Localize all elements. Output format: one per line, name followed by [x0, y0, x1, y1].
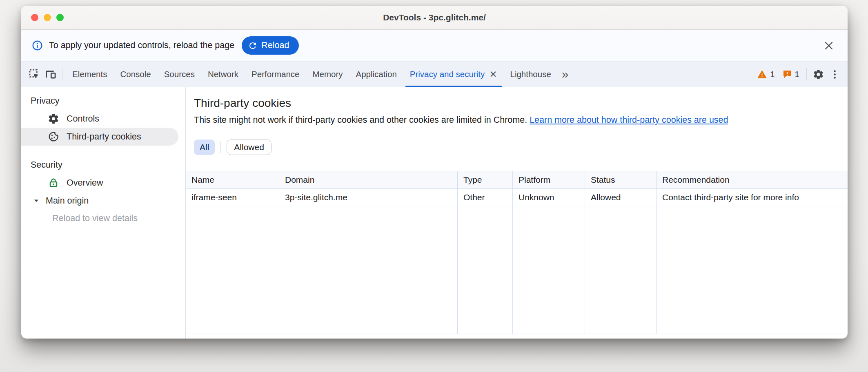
table-row-cell-platform[interactable]: Unknown [513, 189, 585, 206]
sidebar-item-controls[interactable]: Controls [21, 110, 185, 128]
close-window-button[interactable] [31, 14, 38, 21]
close-infobar-icon[interactable] [821, 38, 837, 54]
window-title: DevTools - 3pc.glitch.me/ [383, 13, 486, 22]
cookies-table: Name Domain Type Platform Status Recomme… [186, 171, 848, 334]
gear-icon [47, 113, 60, 125]
close-tab-icon[interactable]: ✕ [489, 70, 497, 79]
table-row-cell-recommendation[interactable]: Contact third-party site for more info [657, 189, 848, 206]
table-filler [458, 206, 513, 334]
page-description: This site might not work if third-party … [194, 115, 848, 125]
devtools-tabbar: Elements Console Sources Network Perform… [21, 62, 848, 87]
refresh-icon [248, 41, 258, 51]
desktop: DevTools - 3pc.glitch.me/ To apply your … [0, 0, 868, 372]
tab-performance[interactable]: Performance [245, 62, 306, 87]
column-header-recommendation[interactable]: Recommendation [657, 171, 848, 189]
tab-elements[interactable]: Elements [66, 62, 114, 87]
zoom-window-button[interactable] [56, 14, 64, 21]
sidebar-section-security: Security [21, 156, 185, 174]
table-row-cell-status[interactable]: Allowed [585, 189, 657, 206]
sidebar-tree-main-origin[interactable]: Main origin [21, 192, 185, 210]
table-filler [657, 206, 848, 334]
sidebar-item-third-party-cookies[interactable]: Third-party cookies [21, 128, 178, 146]
sidebar-item-label: Controls [67, 114, 99, 124]
table-filler [585, 206, 657, 334]
column-header-domain[interactable]: Domain [279, 171, 458, 189]
infobar-message: To apply your updated controls, reload t… [49, 40, 234, 51]
issues-counter[interactable]: 1 [779, 69, 803, 79]
reload-button-label: Reload [261, 40, 289, 51]
chevron-down-icon [32, 197, 40, 205]
traffic-lights [31, 6, 64, 29]
tree-item-label: Main origin [46, 196, 89, 206]
tab-network[interactable]: Network [201, 62, 245, 87]
warning-icon [757, 69, 767, 80]
third-party-cookies-panel: Third-party cookies This site might not … [186, 87, 848, 339]
cookie-icon [47, 131, 60, 143]
chip-divider [220, 142, 221, 153]
table-row-cell-name[interactable]: iframe-seen [186, 189, 279, 206]
title-bar: DevTools - 3pc.glitch.me/ [21, 6, 848, 30]
tab-lighthouse[interactable]: Lighthouse [504, 62, 558, 87]
tabbar-right-divider [806, 68, 807, 80]
learn-more-link[interactable]: Learn more about how third-party cookies… [530, 115, 728, 125]
info-icon [32, 40, 43, 51]
issues-icon [782, 69, 792, 79]
kebab-menu-icon[interactable] [826, 66, 843, 82]
tab-console[interactable]: Console [114, 62, 157, 87]
table-filler [513, 206, 585, 334]
tab-application[interactable]: Application [349, 62, 403, 87]
table-filler [186, 206, 279, 334]
tab-privacy-and-security-label: Privacy and security [410, 69, 485, 79]
filter-chip-allowed[interactable]: Allowed [227, 140, 272, 155]
more-tabs-icon[interactable]: » [558, 68, 573, 80]
minimize-window-button[interactable] [44, 14, 51, 21]
devtools-window: DevTools - 3pc.glitch.me/ To apply your … [21, 6, 848, 339]
toolbar-divider [62, 68, 62, 80]
column-header-type[interactable]: Type [458, 171, 513, 189]
sidebar-item-label: Overview [67, 178, 103, 188]
reload-infobar: To apply your updated controls, reload t… [21, 30, 848, 62]
filter-chips: All Allowed [194, 140, 848, 155]
sidebar-section-privacy: Privacy [21, 92, 185, 110]
device-toolbar-icon[interactable] [42, 66, 59, 82]
panel-body: Privacy Controls [21, 87, 848, 339]
reload-button[interactable]: Reload [242, 36, 299, 55]
filter-chip-all[interactable]: All [194, 140, 215, 155]
table-filler [279, 206, 458, 334]
tab-memory[interactable]: Memory [306, 62, 349, 87]
column-header-status[interactable]: Status [585, 171, 657, 189]
warnings-counter[interactable]: 1 [753, 69, 778, 80]
tabbar-right-cluster: 1 1 [753, 66, 843, 82]
table-row-cell-domain[interactable]: 3p-site.glitch.me [279, 189, 458, 206]
warning-count: 1 [770, 69, 775, 79]
table-row-cell-type[interactable]: Other [458, 189, 513, 206]
page-title: Third-party cookies [194, 96, 848, 110]
column-header-name[interactable]: Name [186, 171, 279, 189]
sidebar-item-label: Third-party cookies [67, 132, 141, 142]
tab-sources[interactable]: Sources [158, 62, 201, 87]
settings-gear-icon[interactable] [810, 66, 826, 82]
description-text: This site might not work if third-party … [194, 115, 527, 125]
reload-to-view-details-text: Reload to view details [21, 210, 185, 227]
sidebar-item-overview[interactable]: Overview [21, 174, 185, 192]
inspect-element-icon[interactable] [26, 66, 42, 82]
tab-privacy-and-security[interactable]: Privacy and security ✕ [403, 62, 504, 87]
lock-icon [47, 177, 60, 189]
issues-count: 1 [795, 69, 799, 79]
privacy-security-sidebar: Privacy Controls [21, 87, 186, 339]
column-header-platform[interactable]: Platform [513, 171, 585, 189]
